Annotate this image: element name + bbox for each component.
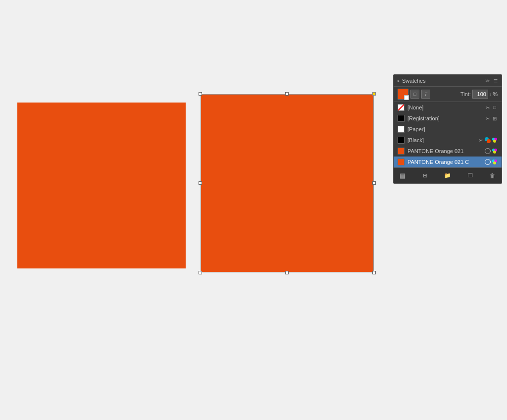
handle-tc[interactable] [285, 92, 289, 96]
swatch-icons-black: ✂ [478, 137, 498, 143]
svg-point-8 [493, 161, 496, 164]
handle-br[interactable] [372, 271, 376, 274]
swatch-color-orange [398, 148, 405, 155]
cmyk-icon-pantone-c [492, 159, 498, 165]
grid-icon-reg: ⊞ [492, 115, 498, 121]
tint-arrow[interactable]: › [490, 92, 491, 97]
swatches-panel: ▸ Swatches ≫ ≡ □ T Tint: › % [None] ✂ □ [393, 74, 502, 184]
new-swatch-button[interactable]: 📁 [443, 171, 453, 181]
panel-title-bar: ▸ Swatches ≫ ≡ [394, 75, 502, 87]
swatch-pantone-021c[interactable]: PANTONE Orange 021 C [394, 157, 502, 167]
color-preview-row: □ T Tint: › % [394, 87, 502, 102]
panel-footer: ▤ ⊞ 📁 ❐ 🗑 [394, 167, 502, 183]
fill-mode-btn[interactable]: □ [410, 90, 419, 99]
delete-swatch-button[interactable]: 🗑 [488, 171, 498, 181]
new-color-group-button[interactable]: ⊞ [420, 171, 430, 181]
active-color-preview[interactable] [398, 89, 408, 100]
swatch-name-paper: [Paper] [407, 126, 495, 132]
panel-title-left: ▸ Swatches [398, 78, 426, 84]
panel-menu-icon[interactable]: ≡ [494, 77, 498, 85]
svg-point-5 [493, 151, 496, 154]
selection-border [201, 94, 374, 272]
tint-area: Tint: › % [460, 90, 498, 99]
scissors-icon-reg: ✂ [485, 115, 491, 121]
swatch-name-pantone-021c: PANTONE Orange 021 C [407, 159, 482, 165]
swatch-name-none: [None] [407, 105, 482, 110]
handle-ml[interactable] [199, 181, 202, 185]
swatch-icons-pantone-021c [485, 159, 498, 165]
left-orange-rect[interactable] [17, 103, 186, 268]
swatch-pantone-021[interactable]: PANTONE Orange 021 [394, 146, 502, 157]
handle-bc[interactable] [285, 271, 289, 274]
collapse-icon[interactable]: ▸ [398, 78, 400, 83]
swatch-name-black: [Black] [407, 137, 475, 143]
swatches-list: [None] ✂ □ [Registration] ✂ ⊞ [Paper] [B… [394, 102, 502, 167]
tint-unit: % [493, 91, 498, 97]
swatch-color-paper [398, 126, 405, 133]
handle-tr[interactable] [372, 92, 376, 96]
swatch-black[interactable]: [Black] ✂ [394, 135, 502, 146]
canvas-area [0, 0, 376, 420]
cmyk-icon-black [485, 137, 491, 143]
panel-title: Swatches [402, 78, 426, 84]
swatch-paper[interactable]: [Paper] [394, 124, 502, 135]
tint-input[interactable] [472, 90, 488, 99]
stroke-preview [404, 95, 409, 100]
swatch-registration[interactable]: [Registration] ✂ ⊞ [394, 113, 502, 124]
duplicate-swatch-button[interactable]: ❐ [465, 171, 475, 181]
handle-mr[interactable] [372, 181, 376, 185]
swatch-name-pantone-021: PANTONE Orange 021 [407, 148, 482, 154]
right-orange-rect-container[interactable] [201, 94, 374, 272]
swatch-name-registration: [Registration] [407, 115, 482, 121]
layers-button[interactable]: ▤ [398, 171, 407, 181]
swatch-color-none [398, 104, 405, 111]
swatch-color-black [398, 137, 405, 144]
swatch-color-registration [398, 115, 405, 122]
swatch-color-orange-c [398, 158, 405, 165]
scissors-icon: ✂ [485, 105, 491, 110]
spot-icon-pantone [485, 148, 491, 154]
swatch-icons-pantone-021 [485, 148, 498, 154]
scissors-icon-black: ✂ [478, 137, 484, 143]
handle-bl[interactable] [199, 271, 202, 274]
svg-point-2 [493, 140, 496, 143]
page-icon: □ [492, 105, 498, 110]
handle-tl[interactable] [199, 92, 202, 96]
expand-icon[interactable]: ≫ [485, 78, 490, 83]
swatch-none[interactable]: [None] ✂ □ [394, 102, 502, 113]
tint-label: Tint: [460, 91, 471, 97]
swatch-icons-none: ✂ □ [485, 105, 498, 110]
cmyk2-icon-black [492, 137, 498, 143]
swatch-icons-registration: ✂ ⊞ [485, 115, 498, 121]
spot-icon-pantone-c [485, 159, 491, 165]
text-mode-btn[interactable]: T [421, 90, 430, 99]
cmyk-icon-pantone [492, 148, 498, 154]
right-orange-rect[interactable] [201, 94, 374, 272]
